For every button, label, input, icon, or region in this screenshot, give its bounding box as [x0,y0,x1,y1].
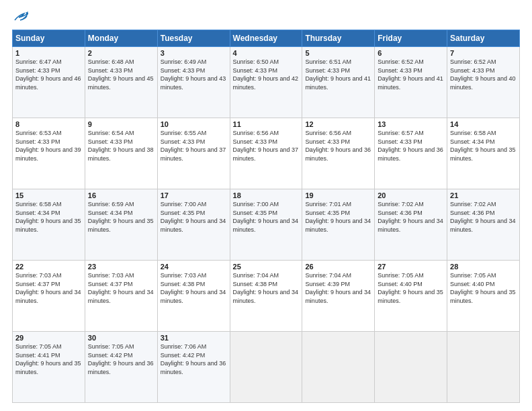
cell-content: Sunrise: 7:03 AMSunset: 4:38 PMDaylight:… [161,272,226,304]
day-number: 28 [450,263,517,271]
calendar-cell: 19 Sunrise: 7:01 AMSunset: 4:35 PMDaylig… [302,189,375,261]
calendar-week-3: 15 Sunrise: 6:58 AMSunset: 4:34 PMDaylig… [13,189,520,261]
day-number: 10 [161,120,227,128]
cell-content: Sunrise: 6:48 AMSunset: 4:33 PMDaylight:… [88,58,154,91]
calendar-cell: 12 Sunrise: 6:56 AMSunset: 4:33 PMDaylig… [302,118,375,189]
weekday-header-tuesday: Tuesday [157,30,230,47]
cell-content: Sunrise: 6:51 AMSunset: 4:33 PMDaylight:… [305,58,371,91]
day-number: 18 [233,191,300,199]
day-number: 5 [305,49,371,57]
weekday-header-saturday: Saturday [447,30,520,47]
calendar-cell [302,332,375,403]
cell-content: Sunrise: 6:58 AMSunset: 4:34 PMDaylight:… [450,130,516,162]
day-number: 22 [15,263,82,271]
day-number: 17 [161,191,227,199]
cell-content: Sunrise: 7:05 AMSunset: 4:42 PMDaylight:… [88,343,154,375]
day-number: 1 [15,49,82,57]
weekday-header-sunday: Sunday [13,30,85,47]
calendar-cell: 6 Sunrise: 6:52 AMSunset: 4:33 PMDayligh… [375,47,447,118]
calendar-cell [375,332,447,403]
cell-content: Sunrise: 6:54 AMSunset: 4:33 PMDaylight:… [88,130,154,162]
calendar-cell: 4 Sunrise: 6:50 AMSunset: 4:33 PMDayligh… [230,47,302,118]
calendar-body: 1 Sunrise: 6:47 AMSunset: 4:33 PMDayligh… [13,47,520,403]
calendar-cell: 21 Sunrise: 7:02 AMSunset: 4:36 PMDaylig… [447,189,520,261]
day-number: 3 [161,49,227,57]
calendar-cell: 8 Sunrise: 6:53 AMSunset: 4:33 PMDayligh… [13,118,85,189]
calendar-cell: 1 Sunrise: 6:47 AMSunset: 4:33 PMDayligh… [13,47,85,118]
day-number: 27 [378,263,444,271]
calendar-cell: 14 Sunrise: 6:58 AMSunset: 4:34 PMDaylig… [447,118,520,189]
day-number: 21 [450,191,517,199]
calendar-cell: 27 Sunrise: 7:05 AMSunset: 4:40 PMDaylig… [375,261,447,332]
cell-content: Sunrise: 6:55 AMSunset: 4:33 PMDaylight:… [161,130,226,162]
calendar-cell: 15 Sunrise: 6:58 AMSunset: 4:34 PMDaylig… [13,189,85,261]
cell-content: Sunrise: 7:06 AMSunset: 4:42 PMDaylight:… [161,343,226,375]
day-number: 12 [305,120,371,128]
day-number: 26 [305,263,371,271]
calendar-week-2: 8 Sunrise: 6:53 AMSunset: 4:33 PMDayligh… [13,118,520,189]
day-number: 11 [233,120,300,128]
day-number: 15 [15,191,82,199]
cell-content: Sunrise: 7:00 AMSunset: 4:35 PMDaylight:… [233,201,299,233]
day-number: 25 [233,263,300,271]
calendar-week-4: 22 Sunrise: 7:03 AMSunset: 4:37 PMDaylig… [13,261,520,332]
cell-content: Sunrise: 6:56 AMSunset: 4:33 PMDaylight:… [233,130,299,162]
cell-content: Sunrise: 7:02 AMSunset: 4:36 PMDaylight:… [450,201,516,233]
calendar-cell [447,332,520,403]
calendar-week-5: 29 Sunrise: 7:05 AMSunset: 4:41 PMDaylig… [13,332,520,403]
cell-content: Sunrise: 6:59 AMSunset: 4:34 PMDaylight:… [88,201,154,233]
calendar-cell: 10 Sunrise: 6:55 AMSunset: 4:33 PMDaylig… [157,118,230,189]
calendar-cell: 22 Sunrise: 7:03 AMSunset: 4:37 PMDaylig… [13,261,85,332]
cell-content: Sunrise: 7:03 AMSunset: 4:37 PMDaylight:… [88,272,154,304]
calendar-cell: 20 Sunrise: 7:02 AMSunset: 4:36 PMDaylig… [375,189,447,261]
day-number: 20 [378,191,444,199]
cell-content: Sunrise: 7:00 AMSunset: 4:35 PMDaylight:… [161,201,226,233]
day-number: 19 [305,191,371,199]
calendar-cell: 17 Sunrise: 7:00 AMSunset: 4:35 PMDaylig… [157,189,230,261]
calendar-cell: 18 Sunrise: 7:00 AMSunset: 4:35 PMDaylig… [230,189,302,261]
cell-content: Sunrise: 7:02 AMSunset: 4:36 PMDaylight:… [378,201,443,233]
calendar-cell: 13 Sunrise: 6:57 AMSunset: 4:33 PMDaylig… [375,118,447,189]
calendar-cell: 26 Sunrise: 7:04 AMSunset: 4:39 PMDaylig… [302,261,375,332]
calendar-header: SundayMondayTuesdayWednesdayThursdayFrid… [13,30,520,47]
calendar-cell: 3 Sunrise: 6:49 AMSunset: 4:33 PMDayligh… [157,47,230,118]
logo-text [12,11,28,23]
day-number: 30 [88,334,154,342]
day-number: 23 [88,263,154,271]
header [12,11,520,23]
calendar-cell: 16 Sunrise: 6:59 AMSunset: 4:34 PMDaylig… [85,189,157,261]
calendar-cell: 31 Sunrise: 7:06 AMSunset: 4:42 PMDaylig… [157,332,230,403]
weekday-header-wednesday: Wednesday [230,30,302,47]
weekday-header-thursday: Thursday [302,30,375,47]
cell-content: Sunrise: 6:47 AMSunset: 4:33 PMDaylight:… [15,58,81,91]
weekday-header-monday: Monday [85,30,157,47]
calendar-cell: 5 Sunrise: 6:51 AMSunset: 4:33 PMDayligh… [302,47,375,118]
calendar-cell: 24 Sunrise: 7:03 AMSunset: 4:38 PMDaylig… [157,261,230,332]
cell-content: Sunrise: 7:05 AMSunset: 4:41 PMDaylight:… [15,343,81,375]
cell-content: Sunrise: 7:05 AMSunset: 4:40 PMDaylight:… [450,272,516,304]
weekday-header-row: SundayMondayTuesdayWednesdayThursdayFrid… [13,30,520,47]
cell-content: Sunrise: 7:04 AMSunset: 4:39 PMDaylight:… [305,272,371,304]
cell-content: Sunrise: 6:50 AMSunset: 4:33 PMDaylight:… [233,58,299,91]
calendar-cell: 9 Sunrise: 6:54 AMSunset: 4:33 PMDayligh… [85,118,157,189]
day-number: 2 [88,49,154,57]
day-number: 16 [88,191,154,199]
calendar-cell: 30 Sunrise: 7:05 AMSunset: 4:42 PMDaylig… [85,332,157,403]
calendar: SundayMondayTuesdayWednesdayThursdayFrid… [12,30,520,403]
day-number: 13 [378,120,444,128]
day-number: 9 [88,120,154,128]
cell-content: Sunrise: 6:53 AMSunset: 4:33 PMDaylight:… [15,130,81,162]
calendar-cell: 23 Sunrise: 7:03 AMSunset: 4:37 PMDaylig… [85,261,157,332]
day-number: 24 [161,263,227,271]
page: SundayMondayTuesdayWednesdayThursdayFrid… [0,0,532,411]
day-number: 7 [450,49,517,57]
cell-content: Sunrise: 7:05 AMSunset: 4:40 PMDaylight:… [378,272,443,304]
calendar-cell: 7 Sunrise: 6:52 AMSunset: 4:33 PMDayligh… [447,47,520,118]
cell-content: Sunrise: 6:52 AMSunset: 4:33 PMDaylight:… [378,58,443,91]
calendar-cell: 29 Sunrise: 7:05 AMSunset: 4:41 PMDaylig… [13,332,85,403]
logo [12,11,28,23]
cell-content: Sunrise: 6:52 AMSunset: 4:33 PMDaylight:… [450,58,516,91]
day-number: 29 [15,334,82,342]
cell-content: Sunrise: 7:03 AMSunset: 4:37 PMDaylight:… [15,272,81,304]
calendar-cell: 25 Sunrise: 7:04 AMSunset: 4:38 PMDaylig… [230,261,302,332]
